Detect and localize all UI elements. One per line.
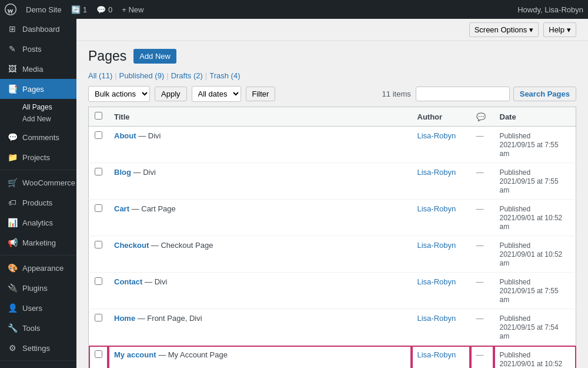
howdy-label: Howdy, Lisa-Robyn (517, 5, 583, 14)
row-checkbox[interactable] (95, 314, 102, 321)
col-date-header[interactable]: Date (494, 107, 576, 127)
sidebar-item-posts[interactable]: ✎ Posts (0, 39, 76, 59)
select-all-checkbox[interactable] (95, 112, 102, 120)
sidebar-item-tools[interactable]: 🔧 Tools (0, 318, 76, 338)
date-label: Published2021/09/01 at 10:52 am (500, 351, 563, 368)
row-checkbox[interactable] (95, 350, 102, 358)
comments-dash: — (476, 277, 484, 286)
author-link[interactable]: Lisa-Robyn (417, 350, 456, 359)
comment-bubble-icon: 💬 (476, 112, 486, 121)
page-title-link[interactable]: About (114, 131, 136, 140)
add-new-button[interactable]: Add New (133, 49, 176, 64)
table-header-row: Title Author 💬 Date (89, 107, 576, 127)
page-title-link[interactable]: Contact (114, 277, 142, 286)
search-pages-button[interactable]: Search Pages (513, 87, 576, 101)
page-subtitle: — My Account Page (158, 350, 228, 359)
sidebar-item-products[interactable]: 🏷 Products (0, 193, 76, 213)
filter-drafts-link[interactable]: Drafts (2) (171, 71, 203, 80)
date-label: Published2021/09/15 at 7:54 am (500, 314, 559, 340)
sidebar-item-media[interactable]: 🖼 Media (0, 59, 76, 79)
main-content: Screen Options ▾ Help ▾ Pages Add New Al… (76, 19, 588, 368)
screen-options-button[interactable]: Screen Options ▾ (469, 22, 539, 37)
author-link[interactable]: Lisa-Robyn (417, 204, 456, 213)
items-count: 11 items (382, 89, 411, 98)
all-pages-link[interactable]: All Pages (22, 101, 76, 113)
row-checkbox[interactable] (95, 277, 102, 285)
sidebar-separator (0, 170, 76, 170)
row-checkbox[interactable] (95, 131, 102, 139)
sidebar-item-settings[interactable]: ⚙ Settings (0, 338, 76, 358)
dates-select[interactable]: All dates (192, 86, 241, 102)
wp-logo-icon[interactable] (5, 4, 16, 15)
projects-icon: 📁 (7, 152, 18, 163)
row-checkbox-cell (89, 127, 109, 163)
sidebar-item-analytics[interactable]: 📊 Analytics (0, 213, 76, 233)
pages-sub-menu: All Pages Add New (0, 99, 76, 127)
comments-dash: — (476, 314, 484, 323)
page-subtitle: — Divi (138, 131, 161, 140)
filter-all-link[interactable]: All (11) (88, 71, 112, 80)
new-content-button[interactable]: + New (122, 5, 143, 14)
page-subtitle: — Divi (133, 168, 156, 177)
appearance-icon: 🎨 (7, 263, 18, 273)
analytics-icon: 📊 (7, 217, 18, 228)
sidebar-item-projects[interactable]: 📁 Projects (0, 147, 76, 167)
site-name[interactable]: Demo Site (26, 5, 62, 14)
row-checkbox[interactable] (95, 168, 102, 175)
page-title-link[interactable]: Home (114, 314, 135, 323)
table-row: Cart — Cart Page Lisa-Robyn — Published2… (89, 200, 576, 236)
table-body: About — Divi Lisa-Robyn — Published2021/… (89, 127, 576, 369)
marketing-icon: 📢 (7, 237, 18, 248)
row-date-cell: Published2021/09/01 at 10:52 am (494, 200, 576, 236)
sidebar-item-comments[interactable]: 💬 Comments (0, 127, 76, 147)
bulk-actions-select[interactable]: Bulk actions (88, 86, 150, 102)
row-comments-cell: — (470, 200, 494, 236)
sidebar-separator-2 (0, 255, 76, 256)
col-title-header[interactable]: Title (108, 107, 412, 127)
page-subtitle: — Divi (145, 277, 167, 286)
filter-trash-link[interactable]: Trash (4) (209, 71, 240, 80)
date-label: Published2021/09/15 at 7:55 am (500, 168, 559, 194)
comments-count[interactable]: 💬 0 (96, 5, 112, 14)
filter-published-link[interactable]: Published (9) (119, 71, 165, 80)
filter-button[interactable]: Filter (246, 87, 276, 101)
row-checkbox-cell (89, 236, 109, 273)
author-link[interactable]: Lisa-Robyn (417, 241, 456, 250)
add-new-page-link[interactable]: Add New (22, 113, 76, 125)
page-subtitle: — Checkout Page (151, 241, 213, 250)
sidebar-item-appearance[interactable]: 🎨 Appearance (0, 258, 76, 278)
col-author-header[interactable]: Author (412, 107, 470, 127)
page-subtitle: — Cart Page (132, 204, 176, 213)
row-title-cell: Cart — Cart Page (108, 200, 412, 236)
sidebar-item-marketing[interactable]: 📢 Marketing (0, 233, 76, 253)
page-title-link[interactable]: Blog (114, 168, 131, 177)
apply-button[interactable]: Apply (155, 87, 187, 101)
author-link[interactable]: Lisa-Robyn (417, 277, 456, 286)
date-label: Published2021/09/01 at 10:52 am (500, 205, 563, 231)
author-link[interactable]: Lisa-Robyn (417, 314, 456, 323)
author-link[interactable]: Lisa-Robyn (417, 131, 456, 140)
filter-links: All (11) | Published (9) | Drafts (2) | … (88, 71, 576, 80)
sidebar-item-pages[interactable]: 📑 Pages (0, 79, 76, 99)
sidebar-item-dashboard[interactable]: ⊞ Dashboard (0, 19, 76, 39)
table-row: About — Divi Lisa-Robyn — Published2021/… (89, 127, 576, 163)
page-title-link[interactable]: Cart (114, 204, 129, 213)
row-checkbox[interactable] (95, 241, 102, 248)
author-link[interactable]: Lisa-Robyn (417, 168, 456, 177)
sidebar-item-plugins[interactable]: 🔌 Plugins (0, 278, 76, 298)
table-row: Home — Front Page, Divi Lisa-Robyn — Pub… (89, 309, 576, 346)
page-title-link[interactable]: Checkout (114, 241, 149, 250)
sidebar-item-users[interactable]: 👤 Users (0, 298, 76, 318)
table-row: Checkout — Checkout Page Lisa-Robyn — Pu… (89, 236, 576, 273)
row-checkbox[interactable] (95, 204, 102, 212)
sidebar-item-woocommerce[interactable]: 🛒 WooCommerce (0, 173, 76, 193)
updates-count[interactable]: 🔄 1 (71, 5, 87, 14)
search-input[interactable] (416, 87, 510, 101)
row-date-cell: Published2021/09/15 at 7:55 am (494, 127, 576, 163)
row-author-cell: Lisa-Robyn (412, 200, 470, 236)
posts-icon: ✎ (7, 44, 18, 54)
page-title-link[interactable]: My account (114, 350, 156, 359)
help-button[interactable]: Help ▾ (543, 22, 576, 37)
sidebar-item-divi[interactable]: ◈ Divi (0, 363, 76, 368)
page-subtitle: — Front Page, Divi (138, 314, 202, 323)
